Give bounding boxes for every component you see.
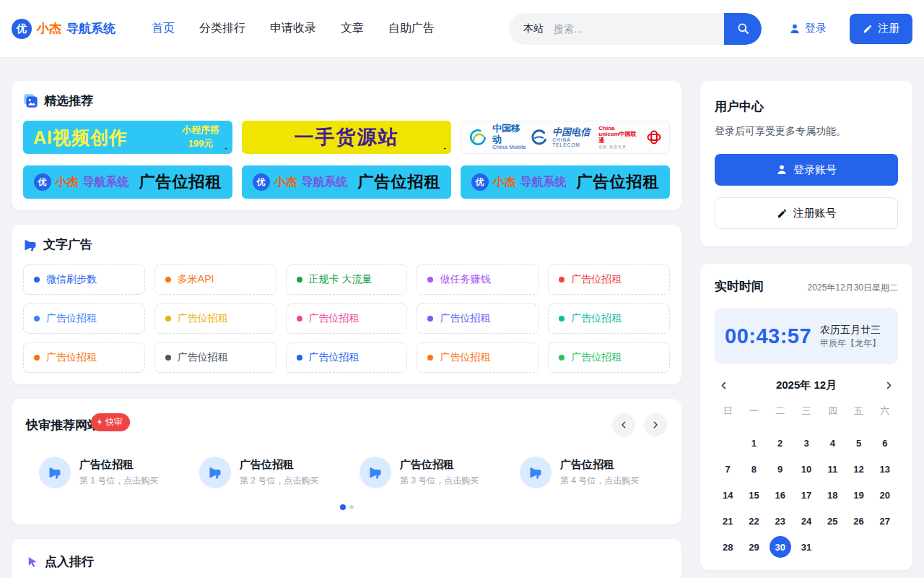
calendar-day[interactable]: 8 <box>741 456 767 482</box>
calendar-day[interactable]: 3 <box>793 430 819 456</box>
search-icon <box>736 22 750 35</box>
text-ad-item[interactable]: 广告位招租 <box>417 303 539 334</box>
bullet-dot <box>34 316 40 322</box>
calendar-day[interactable]: 5 <box>845 430 871 456</box>
search-scope-selector[interactable]: 本站 <box>509 22 554 35</box>
calendar-day[interactable]: 26 <box>845 508 871 534</box>
text-ad-item[interactable]: 广告位招租 <box>23 303 145 334</box>
text-ad-item[interactable]: 广告位招租 <box>154 342 276 373</box>
search-button[interactable] <box>724 13 762 45</box>
calendar-selected-day[interactable]: 30 <box>770 536 791 558</box>
fast-review-item[interactable]: 广告位招租第 4 号位，点击购买 <box>507 457 667 488</box>
calendar-day[interactable]: 21 <box>715 508 741 534</box>
calendar-day[interactable]: 2 <box>767 430 793 456</box>
login-link[interactable]: 登录 <box>789 22 827 35</box>
nav-link[interactable]: 分类排行 <box>199 21 245 36</box>
calendar-day[interactable]: 22 <box>741 508 767 534</box>
calendar-day[interactable]: 27 <box>872 508 898 534</box>
calendar-day[interactable]: 24 <box>793 508 819 534</box>
calendar-day[interactable]: 18 <box>819 482 845 508</box>
login-account-button[interactable]: 登录账号 <box>715 154 898 186</box>
text-ad-label: 广告位招租 <box>309 312 359 325</box>
register-button[interactable]: 注册 <box>850 14 912 44</box>
text-ad-item[interactable]: 微信刷步数 <box>23 264 145 295</box>
calendar-day[interactable]: 17 <box>793 482 819 508</box>
calendar-day[interactable]: 12 <box>845 456 871 482</box>
text-ad-item[interactable]: 广告位招租 <box>417 342 539 373</box>
calendar-next-month-button[interactable] <box>883 379 895 392</box>
banner-ai-video[interactable]: AI视频创作 小程序搭 199元 - <box>23 121 232 154</box>
banner-ad-slot[interactable]: 优 小杰 导航系统 广告位招租 <box>23 165 232 199</box>
carousel-dot-active[interactable] <box>340 504 346 510</box>
calendar-day[interactable]: 16 <box>767 482 793 508</box>
text-ad-label: 正规卡 大流量 <box>309 273 372 286</box>
fast-review-item-title: 广告位招租 <box>560 458 639 472</box>
calendar-day[interactable]: 4 <box>819 430 845 456</box>
fast-review-item-title: 广告位招租 <box>400 458 479 472</box>
bullet-dot <box>297 316 302 322</box>
text-ad-item[interactable]: 多米API <box>154 264 276 295</box>
calendar-day[interactable]: 6 <box>872 430 898 456</box>
text-ad-item[interactable]: 广告位招租 <box>548 342 670 373</box>
calendar-day[interactable]: 11 <box>819 456 845 482</box>
china-telecom-icon <box>528 127 549 147</box>
calendar-day[interactable]: 7 <box>715 456 741 482</box>
banner-goods-source[interactable]: 一手货源站 - <box>242 121 451 154</box>
user-icon <box>789 23 801 35</box>
site-logo[interactable]: 优 小杰 导航系统 <box>12 19 116 39</box>
banner-ad-slot[interactable]: 优 小杰 导航系统 广告位招租 <box>242 165 451 199</box>
banner-ad-slot[interactable]: 优 小杰 导航系统 广告位招租 <box>461 165 670 199</box>
top-navbar: 优 小杰 导航系统 首页分类排行申请收录文章自助广告 本站 登录 注册 <box>0 0 924 58</box>
realtime-card: 实时时间 2025年12月30日星期二 00:43:57 农历五月廿三 甲辰年【… <box>700 264 912 570</box>
carousel-dot[interactable] <box>349 505 354 509</box>
china-mobile-logo: 中国移动 China Mobile <box>467 124 528 150</box>
carousel-prev-button[interactable] <box>612 413 635 436</box>
text-ad-label: 广告位招租 <box>571 312 622 325</box>
calendar-day[interactable]: 23 <box>767 508 793 534</box>
text-ad-label: 广告位招租 <box>178 351 228 364</box>
calendar-day[interactable]: 14 <box>715 482 741 508</box>
register-account-button[interactable]: 注册账号 <box>715 197 898 229</box>
lunar-date: 农历五月廿三 <box>820 322 881 337</box>
calendar-day[interactable]: 29 <box>741 534 767 560</box>
nav-link[interactable]: 首页 <box>152 21 175 36</box>
bullet-dot <box>297 277 302 282</box>
bullet-dot <box>34 355 40 361</box>
calendar-day[interactable]: 31 <box>793 534 819 560</box>
banner-telecom-operators[interactable]: 中国移动 China Mobile 中国电信 CHINA TELECOM <box>461 121 670 154</box>
nav-link[interactable]: 自助广告 <box>388 21 435 36</box>
nav-link[interactable]: 申请收录 <box>270 21 316 36</box>
calendar-day[interactable]: 25 <box>819 508 845 534</box>
calendar-day[interactable]: 19 <box>845 482 871 508</box>
fast-review-item[interactable]: 广告位招租第 3 号位，点击购买 <box>346 457 507 488</box>
text-ad-item[interactable]: 广告位招租 <box>286 303 408 334</box>
text-ad-item[interactable]: 做任务赚钱 <box>417 264 539 295</box>
search-input[interactable] <box>554 23 724 35</box>
text-ad-item[interactable]: 广告位招租 <box>286 342 408 373</box>
text-ad-item[interactable]: 广告位招租 <box>154 303 276 334</box>
megaphone-icon <box>359 457 391 488</box>
calendar-prev-month-button[interactable] <box>718 379 730 392</box>
calendar-day[interactable]: 28 <box>715 534 741 560</box>
text-ad-item[interactable]: 广告位招租 <box>548 264 670 295</box>
text-ad-label: 做任务赚钱 <box>440 273 490 286</box>
calendar-day[interactable]: 30 <box>767 534 793 560</box>
calendar-day[interactable]: 1 <box>741 430 767 456</box>
bullet-dot <box>427 316 433 322</box>
fast-review-badge: 快审 <box>91 413 130 431</box>
text-ad-item[interactable]: 广告位招租 <box>23 342 145 373</box>
calendar-day[interactable]: 13 <box>872 456 898 482</box>
calendar-day[interactable]: 10 <box>793 456 819 482</box>
nav-link[interactable]: 文章 <box>341 21 364 36</box>
calendar-day[interactable]: 20 <box>872 482 898 508</box>
fast-review-item[interactable]: 广告位招租第 2 号位，点击购买 <box>186 457 346 488</box>
picture-icon <box>23 93 38 108</box>
text-ad-item[interactable]: 广告位招租 <box>548 303 670 334</box>
fast-review-item[interactable]: 广告位招租第 1 号位，点击购买 <box>26 457 186 488</box>
text-ad-item[interactable]: 正规卡 大流量 <box>286 264 408 295</box>
calendar-day[interactable]: 15 <box>741 482 767 508</box>
megaphone-icon <box>23 238 38 252</box>
carousel-next-button[interactable] <box>644 413 667 436</box>
calendar-day[interactable]: 9 <box>767 456 793 482</box>
fast-review-title: 快审推荐网站 <box>26 417 100 434</box>
